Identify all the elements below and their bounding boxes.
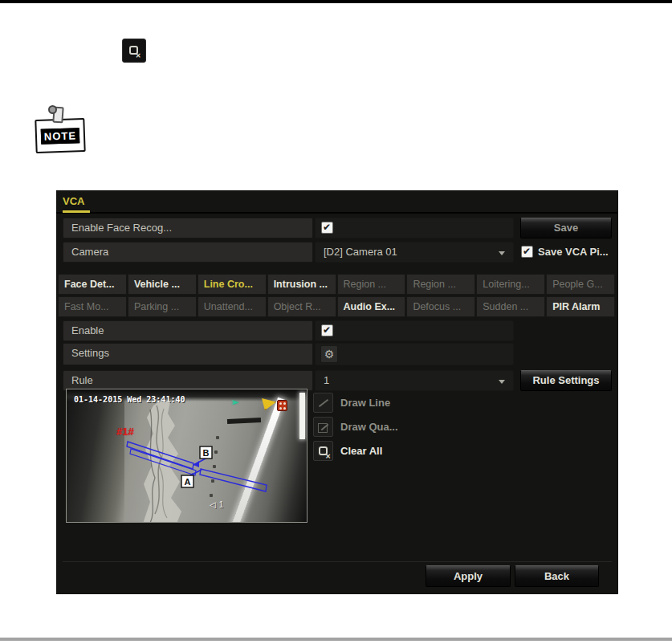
note-label: NOTE	[41, 128, 80, 145]
tab-label: Object R...	[274, 301, 321, 312]
tab-vehicle[interactable]: Vehicle ...	[128, 274, 197, 295]
draw-line-label[interactable]: Draw Line	[340, 393, 390, 413]
save-vca-pic-label: Save VCA Pi...	[538, 246, 609, 258]
marker-b-label: B	[203, 448, 210, 458]
tab-label: Intrusion ...	[274, 279, 328, 290]
chevron-down-icon	[499, 251, 505, 255]
tab-face-det[interactable]: Face Det...	[58, 274, 127, 295]
camera-select[interactable]: [D2] Camera 01	[315, 242, 514, 263]
draw-line-button[interactable]	[313, 393, 333, 413]
tab-loitering[interactable]: Loitering...	[476, 274, 545, 295]
tab-intrusion[interactable]: Intrusion ...	[267, 274, 336, 295]
draw-quad-button[interactable]	[313, 417, 333, 437]
draw-quad-label[interactable]: Draw Qua...	[340, 417, 398, 437]
pushpin-icon	[48, 105, 57, 114]
tab-object-r[interactable]: Object R...	[267, 296, 336, 317]
draw-quad-icon	[318, 423, 328, 433]
clear-all-button[interactable]: ✕	[313, 441, 333, 461]
tab-unattend[interactable]: Unattend...	[198, 296, 267, 317]
rule-select[interactable]: 1	[315, 370, 514, 391]
clear-all-icon[interactable]: ✕	[122, 39, 146, 63]
chevron-down-icon	[499, 380, 505, 384]
vca-dialog: VCA Enable Face Recog... Save Camera [D2…	[56, 190, 618, 594]
tab-label: Audio Ex...	[344, 301, 396, 312]
tab-label: Unattend...	[204, 301, 253, 312]
enable-face-recog-field	[315, 218, 514, 238]
tab-region[interactable]: Region ...	[337, 274, 406, 295]
vca-tabs-row1: Face Det...Vehicle ...Line Cro...Intrusi…	[58, 274, 615, 295]
tab-label: PIR Alarm	[552, 301, 600, 312]
clear-all-glyph: ✕	[129, 46, 140, 56]
apply-button[interactable]: Apply	[426, 565, 511, 587]
save-vca-pic-checkbox[interactable]	[521, 246, 533, 258]
save-button[interactable]: Save	[520, 218, 612, 238]
footer-divider	[63, 561, 612, 562]
tab-label: Fast Mo...	[64, 301, 109, 312]
tab-label: Region ...	[413, 279, 456, 290]
tab-defocus[interactable]: Defocus ...	[406, 296, 475, 317]
tab-label: Parking ...	[134, 301, 179, 312]
video-preview[interactable]: 01-14-2015 Wed 23:41:40 ➤ #1# B A	[66, 389, 307, 523]
tab-line-cro[interactable]: Line Cro...	[198, 274, 267, 295]
tab-people-g[interactable]: People G...	[546, 274, 615, 295]
tab-region[interactable]: Region ...	[406, 274, 475, 295]
gear-icon: ⚙	[324, 348, 335, 361]
page-bottom-rule	[0, 638, 672, 641]
camera-label: Camera	[63, 242, 313, 263]
vca-tab-title: VCA	[63, 195, 84, 207]
rule-settings-button[interactable]: Rule Settings	[520, 370, 612, 391]
tab-parking[interactable]: Parking ...	[128, 296, 197, 317]
note-board: NOTE	[35, 118, 85, 153]
draw-line-icon	[319, 399, 328, 407]
tab-audio-ex[interactable]: Audio Ex...	[337, 296, 406, 317]
document-page: ✕ NOTE VCA Enable Face Recog... Save Cam…	[0, 0, 672, 644]
enable-face-recog-checkbox[interactable]	[321, 222, 333, 234]
vca-tabs-row2: Fast Mo...Parking ...Unattend...Object R…	[58, 296, 615, 317]
rule-select-value: 1	[324, 374, 329, 386]
tab-label: Sudden ...	[483, 301, 528, 312]
back-button[interactable]: Back	[515, 565, 599, 587]
camera-select-value: [D2] Camera 01	[324, 246, 397, 258]
page-top-rule	[0, 0, 672, 3]
marker-a-label: A	[185, 477, 191, 487]
tab-label: Defocus ...	[413, 301, 461, 312]
tab-fast-mo[interactable]: Fast Mo...	[58, 296, 127, 317]
note-badge: NOTE	[35, 105, 87, 155]
tab-label: Region ...	[344, 279, 387, 290]
tab-label: Line Cro...	[204, 275, 253, 295]
enable-face-recog-label: Enable Face Recog...	[63, 218, 313, 238]
clear-all-label[interactable]: Clear All	[340, 441, 382, 461]
tab-pir-alarm[interactable]: PIR Alarm	[546, 296, 615, 317]
settings-gear-button[interactable]: ⚙	[320, 345, 338, 363]
line-crossing-overlay: B A	[67, 389, 307, 523]
vca-title-underline	[63, 210, 90, 213]
clear-all-icon: ✕	[319, 446, 329, 457]
tab-label: Vehicle ...	[134, 279, 180, 290]
enable-checkbox[interactable]	[321, 324, 333, 336]
tab-label: Loitering...	[483, 279, 529, 290]
enable-label: Enable	[63, 320, 313, 341]
tab-sudden[interactable]: Sudden ...	[476, 296, 545, 317]
enable-field	[315, 320, 514, 341]
settings-field	[315, 343, 514, 365]
vca-header: VCA	[56, 190, 618, 214]
tab-label: People G...	[552, 279, 603, 290]
settings-label: Settings	[63, 343, 313, 365]
tab-label: Face Det...	[64, 279, 115, 290]
